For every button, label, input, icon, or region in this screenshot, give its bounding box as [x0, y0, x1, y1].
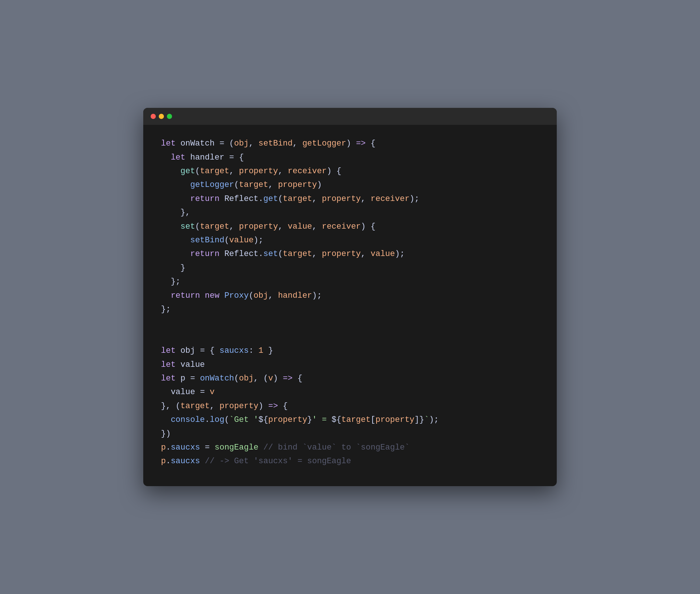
code-line-18: }, (target, property) => { [161, 399, 539, 413]
code-line-9: return Reflect.set(target, property, val… [161, 247, 539, 261]
code-line-17: value = v [161, 385, 539, 399]
code-line-6: }, [161, 206, 539, 219]
code-line-11: }; [161, 275, 539, 289]
code-line-19: console.log(`Get '${property}' = ${targe… [161, 413, 539, 427]
code-line-5: return Reflect.get(target, property, rec… [161, 192, 539, 206]
empty-line-2 [161, 330, 539, 344]
code-line-8: setBind(value); [161, 233, 539, 247]
code-line-22: p.saucxs // -> Get 'saucxs' = songEagle [161, 454, 539, 468]
code-line-21: p.saucxs = songEagle // bind `value` to … [161, 441, 539, 454]
code-line-10: } [161, 261, 539, 275]
code-line-16: let p = onWatch(obj, (v) => { [161, 372, 539, 385]
code-line-2: let handler = { [161, 151, 539, 164]
code-line-20: }) [161, 427, 539, 441]
titlebar [143, 108, 557, 125]
minimize-button[interactable] [159, 114, 164, 119]
code-window: let onWatch = (obj, setBind, getLogger) … [143, 108, 557, 486]
empty-line-1 [161, 316, 539, 330]
code-editor: let onWatch = (obj, setBind, getLogger) … [143, 125, 557, 486]
maximize-button[interactable] [167, 114, 172, 119]
code-line-4: getLogger(target, property) [161, 178, 539, 192]
code-line-12: return new Proxy(obj, handler); [161, 289, 539, 303]
close-button[interactable] [151, 114, 156, 119]
code-line-1: let onWatch = (obj, setBind, getLogger) … [161, 137, 539, 150]
code-line-14: let obj = { saucxs: 1 } [161, 344, 539, 358]
code-line-7: set(target, property, value, receiver) { [161, 220, 539, 233]
code-line-13: }; [161, 303, 539, 316]
code-line-15: let value [161, 358, 539, 372]
code-line-3: get(target, property, receiver) { [161, 164, 539, 178]
